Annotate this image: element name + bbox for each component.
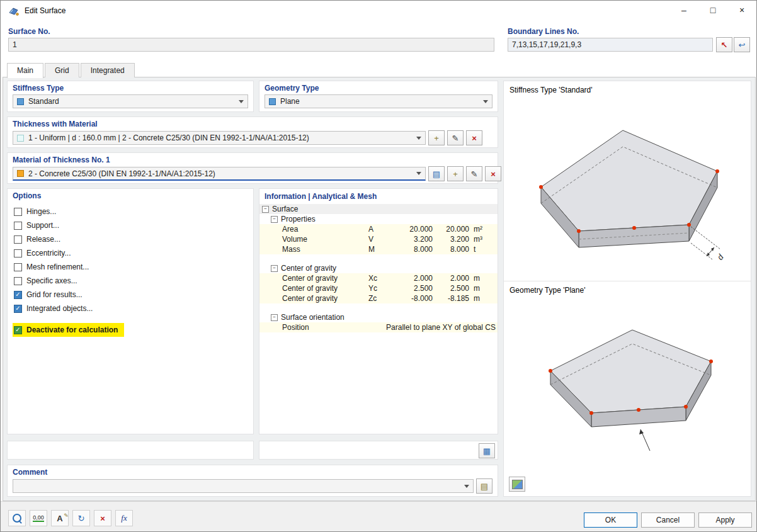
pencil-icon: ✎ — [452, 133, 459, 143]
surface-no-label: Surface No. — [8, 27, 50, 36]
tab-strip: Main Grid Integrated — [7, 63, 136, 78]
view-refresh-button[interactable]: ↻ — [72, 510, 90, 526]
collapse-icon[interactable]: − — [271, 314, 278, 321]
new-thickness-button[interactable]: + — [428, 130, 445, 145]
option-deactivate-for-calculation[interactable]: ✓ Deactivate for calculation — [13, 323, 124, 337]
support-checkbox[interactable]: ✓ — [14, 222, 22, 230]
tree-row-surface[interactable]: − Surface — [259, 204, 498, 214]
option-support[interactable]: ✓ Support... — [13, 218, 248, 232]
close-button[interactable]: × — [727, 1, 756, 21]
option-release[interactable]: ✓ Release... — [13, 232, 248, 246]
specific-axes-checkbox[interactable]: ✓ — [14, 277, 22, 285]
delete-thickness-button[interactable]: × — [466, 130, 482, 145]
option-specific-axes[interactable]: ✓ Specific axes... — [13, 274, 248, 288]
row-value-2: 20.000 — [433, 225, 469, 234]
material-select[interactable]: 2 - Concrete C25/30 (DIN EN 1992-1-1/NA/… — [13, 167, 426, 181]
mesh-refinement-checkbox[interactable]: ✓ — [14, 263, 22, 271]
option-mesh-refinement[interactable]: ✓ Mesh refinement... — [13, 260, 248, 274]
select-boundary-lines-button[interactable]: ↖ — [716, 37, 732, 52]
tree-row-cog-x[interactable]: Center of gravity Xc 2.000 2.000 m — [259, 273, 498, 283]
units-settings-button[interactable]: 0,00 — [30, 510, 47, 526]
tree-row-center-of-gravity[interactable]: − Center of gravity — [259, 263, 498, 273]
search-button[interactable] — [8, 510, 26, 526]
comment-label: Comment — [13, 468, 492, 477]
row-label: Center of gravity — [262, 284, 368, 293]
tab-integrated[interactable]: Integrated — [81, 63, 135, 77]
tree-row-properties[interactable]: − Properties — [259, 214, 498, 224]
boundary-lines-field[interactable]: 7,13,15,17,19,21,9,3 — [508, 38, 713, 52]
rename-button[interactable]: A✎ — [51, 510, 69, 526]
image-icon: ▤ — [481, 482, 488, 491]
tab-main[interactable]: Main — [7, 63, 43, 78]
stiffness-type-select[interactable]: Standard — [13, 94, 248, 108]
tab-grid[interactable]: Grid — [45, 63, 79, 77]
tree-row-surface-orientation[interactable]: − Surface orientation — [259, 312, 498, 322]
edit-thickness-button[interactable]: ✎ — [447, 130, 464, 145]
tree-row-cog-y[interactable]: Center of gravity Yc 2.500 2.500 m — [259, 283, 498, 293]
tree-label: Properties — [281, 215, 498, 224]
collapse-icon[interactable]: − — [271, 265, 278, 272]
surface-no-field[interactable]: 1 — [8, 38, 494, 52]
release-checkbox[interactable]: ✓ — [14, 235, 22, 244]
tree-row-position[interactable]: Position Parallel to plane XY of global … — [259, 322, 498, 332]
tree-row-cog-z[interactable]: Center of gravity Zc -8.000 -8.185 m — [259, 293, 498, 303]
collapse-icon[interactable]: − — [271, 216, 278, 223]
new-material-button[interactable]: + — [447, 166, 464, 181]
delete-icon: × — [472, 133, 477, 143]
option-grid-for-results[interactable]: ✓ Grid for results... — [13, 288, 248, 302]
minimize-button[interactable]: – — [669, 1, 698, 21]
geometry-preview-caption: Geometry Type 'Plane' — [504, 281, 751, 295]
geometry-type-select[interactable]: Plane — [265, 94, 492, 108]
option-hinges[interactable]: ✓ Hinges... — [13, 205, 248, 218]
delete-material-button[interactable]: × — [485, 166, 501, 181]
row-unit: m³ — [469, 235, 498, 244]
thickness-item-icon — [17, 135, 24, 142]
integrated-objects-checkbox[interactable]: ✓ — [14, 305, 22, 313]
material-library-button[interactable]: ▤ — [428, 166, 445, 181]
tree-row-mass[interactable]: Mass M 8.000 8.000 t — [259, 244, 498, 254]
row-label: Mass — [262, 245, 368, 254]
formula-button[interactable]: fx — [115, 510, 133, 526]
delete-surface-button[interactable]: × — [94, 510, 111, 526]
row-value-1: 2.000 — [391, 274, 433, 283]
comment-input[interactable] — [13, 479, 474, 493]
display-properties-button[interactable] — [509, 477, 525, 492]
rename-icon: A✎ — [57, 514, 62, 523]
library-icon: ▤ — [433, 169, 440, 179]
geometry-preview-image — [504, 298, 748, 468]
edit-surface-dialog: { "window": { "title": "Edit Surface" },… — [0, 0, 757, 532]
result-table-button[interactable]: ▦ — [479, 443, 495, 458]
option-label: Hinges... — [26, 207, 56, 216]
tree-label: Surface — [272, 205, 498, 213]
edit-material-button[interactable]: ✎ — [466, 166, 482, 181]
dialog-footer: 0,00 A✎ ↻ × fx OK Cancel Apply — [1, 501, 756, 532]
option-label: Specific axes... — [26, 276, 77, 285]
row-symbol: Yc — [368, 284, 391, 293]
cancel-button[interactable]: Cancel — [641, 512, 695, 528]
grid-for-results-checkbox[interactable]: ✓ — [14, 291, 22, 299]
thickness-select[interactable]: 1 - Uniform | d : 160.0 mm | 2 - Concret… — [13, 131, 426, 145]
apply-button[interactable]: Apply — [698, 512, 752, 528]
geometry-type-value: Plane — [280, 97, 300, 106]
material-value: 2 - Concrete C25/30 (DIN EN 1992-1-1/NA/… — [28, 169, 215, 178]
maximize-button[interactable]: □ — [698, 1, 727, 21]
deactivate-checkbox[interactable]: ✓ — [14, 326, 22, 334]
hinges-checkbox[interactable]: ✓ — [14, 208, 22, 216]
restore-boundary-lines-button[interactable]: ↩ — [734, 37, 750, 52]
option-label: Support... — [26, 221, 59, 230]
comment-options-button[interactable]: ▤ — [476, 478, 492, 494]
thickness-value: 1 - Uniform | d : 160.0 mm | 2 - Concret… — [28, 133, 309, 142]
options-group: Options ✓ Hinges... ✓ Support... ✓ Relea… — [7, 188, 254, 434]
option-label: Mesh refinement... — [26, 263, 89, 271]
table-grid-icon: ▦ — [483, 446, 491, 456]
tree-row-volume[interactable]: Volume V 3.200 3.200 m³ — [259, 234, 498, 244]
option-integrated-objects[interactable]: ✓ Integrated objects... — [13, 302, 248, 315]
row-unit: m² — [469, 225, 498, 234]
eccentricity-checkbox[interactable]: ✓ — [14, 249, 22, 258]
option-eccentricity[interactable]: ✓ Eccentricity... — [13, 246, 248, 260]
row-symbol: Zc — [368, 294, 391, 303]
ok-button[interactable]: OK — [584, 512, 637, 528]
material-label: Material of Thickness No. 1 — [13, 156, 492, 164]
tree-row-area[interactable]: Area A 20.000 20.000 m² — [259, 224, 498, 234]
collapse-icon[interactable]: − — [262, 206, 269, 213]
